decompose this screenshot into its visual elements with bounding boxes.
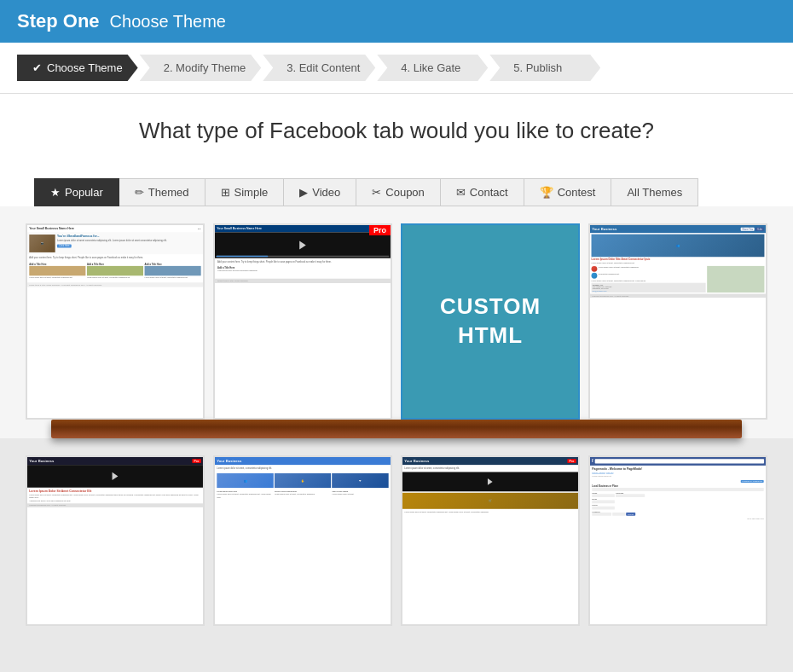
theme-card-custom-html[interactable]: CUSTOMHTML — [401, 223, 580, 420]
custom-html-text: CUSTOMHTML — [440, 293, 541, 350]
theme-card-small-business[interactable]: Your Small Business Name Here ▶▶ 📷 You'r… — [26, 223, 205, 420]
category-tab-contest[interactable]: 🏆 Contest — [524, 178, 612, 206]
wizard-step-like-gate[interactable]: 4. Like Gate — [377, 55, 488, 81]
checkmark-icon: ✔ — [32, 61, 42, 74]
wizard-step-label: 3. Edit Content — [287, 61, 360, 74]
scissors-icon: ✂ — [372, 186, 381, 199]
category-label: Contest — [558, 186, 596, 199]
trophy-icon: 🏆 — [540, 186, 553, 199]
main-container: ✔ Choose Theme 2. Modify Theme 3. Edit C… — [0, 43, 793, 643]
top-shelf-area: Your Small Business Name Here ▶▶ 📷 You'r… — [0, 206, 793, 438]
theme-card-pro-dark[interactable]: Your Business Pro Lorem Ipsum Dolor Sit … — [26, 455, 205, 626]
category-tab-simple[interactable]: ⊞ Simple — [205, 178, 285, 206]
wizard-step-choose-theme[interactable]: ✔ Choose Theme — [17, 55, 138, 81]
wizard-step-edit-content[interactable]: 3. Edit Content — [263, 55, 375, 81]
mail-icon: ✉ — [456, 186, 466, 199]
category-label: All Themes — [627, 186, 682, 199]
pro-badge: Pro — [369, 225, 391, 235]
bottom-grid: Your Business Pro Lorem Ipsum Dolor Sit … — [26, 455, 767, 626]
theme-card-facebook-contact[interactable]: f Pagemodo - Welcome to PageModo! Privac… — [588, 455, 767, 626]
wizard-step-label: 5. Publish — [513, 61, 562, 74]
grid-icon: ⊞ — [221, 186, 230, 199]
step-label: Step One — [17, 10, 100, 32]
bottom-section: Your Business Pro Lorem Ipsum Dolor Sit … — [0, 438, 793, 643]
category-label: Popular — [65, 186, 103, 199]
category-label: Coupon — [385, 186, 425, 199]
category-label: Video — [312, 186, 340, 199]
theme-card-pro-shop[interactable]: Your Business Pro Lorem ipsum dolor sit … — [401, 455, 580, 626]
theme-card-pro-video[interactable]: Your Small Business Name Here Pro Add yo… — [213, 223, 392, 420]
video-icon: ▶ — [299, 186, 308, 199]
category-label: Simple — [234, 186, 269, 199]
theme-card-business-blue[interactable]: Your Business Share This f Like 👥 Lorem … — [588, 223, 767, 420]
header-title: Choose Theme — [110, 12, 226, 32]
wizard-step-modify-theme[interactable]: 2. Modify Theme — [140, 55, 262, 81]
category-tab-video[interactable]: ▶ Video — [284, 178, 356, 206]
category-tab-themed[interactable]: ✏ Themed — [119, 178, 205, 206]
wizard-step-publish[interactable]: 5. Publish — [489, 55, 600, 81]
category-tab-all-themes[interactable]: All Themes — [611, 178, 698, 206]
theme-shelf-top: Your Small Business Name Here ▶▶ 📷 You'r… — [26, 223, 767, 420]
wizard-step-label: 2. Modify Theme — [164, 61, 246, 74]
category-tab-popular[interactable]: ★ Popular — [34, 178, 119, 206]
page-header: Step One Choose Theme — [0, 0, 793, 43]
theme-card-volunteer[interactable]: Your Business Lorem ipsum dolor sit amet… — [213, 455, 392, 626]
page-heading: What type of Facebook tab would you like… — [0, 94, 793, 161]
wizard-step-label: Choose Theme — [47, 61, 123, 74]
category-tab-contact[interactable]: ✉ Contact — [441, 178, 524, 206]
star-icon: ★ — [50, 186, 61, 199]
shelf-board — [51, 420, 742, 438]
wizard-bar: ✔ Choose Theme 2. Modify Theme 3. Edit C… — [0, 43, 793, 94]
edit-icon: ✏ — [135, 186, 144, 199]
category-bar: ★ Popular ✏ Themed ⊞ Simple ▶ Video ✂ Co… — [0, 178, 793, 206]
category-tab-coupon[interactable]: ✂ Coupon — [356, 178, 441, 206]
category-label: Contact — [470, 186, 508, 199]
category-label: Themed — [148, 186, 189, 199]
wizard-step-label: 4. Like Gate — [401, 61, 460, 74]
